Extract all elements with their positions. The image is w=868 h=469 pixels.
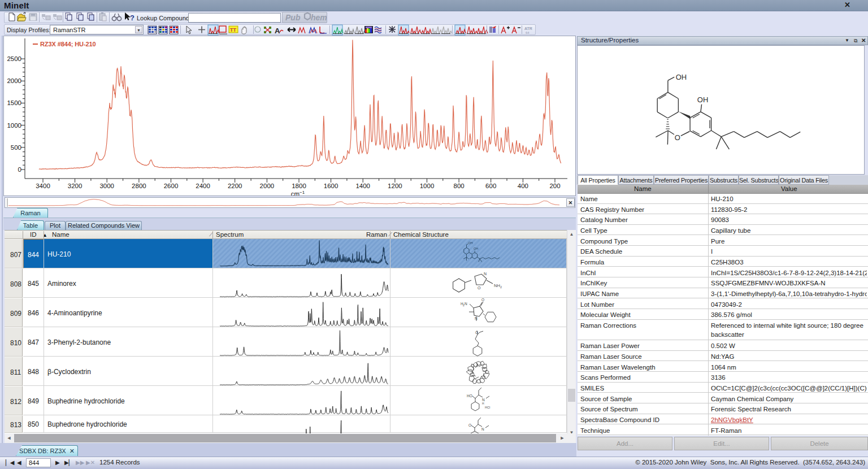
svg-text:3200: 3200 [68,183,83,189]
svg-text:1400: 1400 [355,183,370,189]
svg-text:1000: 1000 [420,183,435,189]
svg-text:64: 64 [526,31,530,34]
svg-text:0: 0 [18,166,21,173]
svg-text:200: 200 [549,183,560,189]
svg-text:2800: 2800 [132,183,146,189]
svg-text:1000: 1000 [7,122,21,129]
svg-text:2000: 2000 [7,77,21,84]
svg-text:OH: OH [474,247,478,250]
svg-text:TT: TT [230,27,236,33]
svg-text:N: N [484,272,487,276]
svg-text:OH: OH [676,73,687,81]
svg-text:H: H [482,402,484,405]
svg-text:OH: OH [697,95,709,104]
svg-text:2400: 2400 [196,183,210,189]
svg-text:600: 600 [485,183,496,189]
svg-text:2000: 2000 [260,183,275,189]
svg-text:HO: HO [467,394,472,398]
svg-text:N: N [475,316,478,320]
svg-text:2500: 2500 [7,55,21,62]
svg-text:OH: OH [468,241,472,245]
svg-text:400: 400 [518,183,528,189]
svg-text:O: O [468,423,471,427]
svg-text:ATR: ATR [524,27,532,31]
svg-text:2: 2 [500,285,502,289]
svg-text:cm−1: cm−1 [291,190,305,196]
svg-text:N: N [465,302,467,306]
svg-text:A: A [275,27,280,35]
svg-text:3000: 3000 [99,183,114,189]
svg-text:O: O [478,286,481,290]
svg-text:800: 800 [454,183,465,189]
svg-text:1800: 1800 [292,183,306,189]
svg-text:2200: 2200 [228,183,242,189]
svg-text:N: N [481,427,484,431]
svg-text:O: O [675,133,680,142]
svg-text:O: O [481,298,484,302]
svg-text:1500: 1500 [7,99,21,106]
svg-text:HCl: HCl [485,406,490,409]
svg-text:N: N [482,398,485,402]
svg-text:RZ3X #844; HU-210: RZ3X #844; HU-210 [40,41,96,47]
svg-text:NH: NH [494,283,500,288]
svg-text:3400: 3400 [36,183,50,189]
svg-text:2600: 2600 [164,183,179,189]
svg-text:1600: 1600 [324,183,338,189]
svg-text:500: 500 [11,144,21,151]
svg-text:1200: 1200 [388,183,402,189]
